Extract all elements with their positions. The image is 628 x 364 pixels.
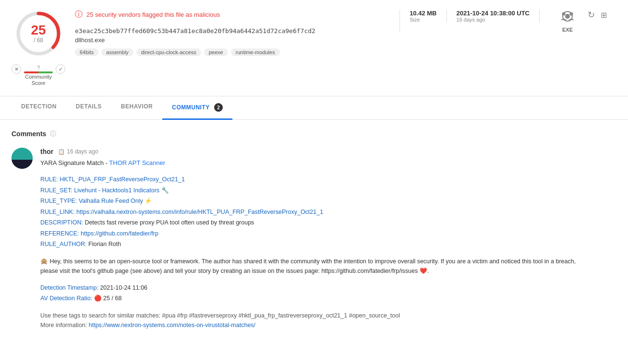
comment-card: thor 📋 16 days ago YARA Signature Match …	[12, 148, 593, 329]
more-info-line: More information: https://www.nextron-sy…	[40, 320, 593, 330]
tab-details[interactable]: DETAILS	[66, 96, 111, 120]
main-info: ⓘ 25 security vendors flagged this file …	[75, 10, 390, 56]
community-score-x-btn[interactable]: ✕	[12, 64, 21, 74]
file-type-label: EXE	[562, 27, 573, 33]
comment-body: thor 📋 16 days ago YARA Signature Match …	[40, 148, 593, 329]
file-meta: 10.42 MB Size 2021-10-24 10:38:00 UTC 16…	[399, 10, 578, 33]
meta-date: 2021-10-24 10:38:00 UTC 16 days ago	[457, 10, 540, 23]
rule-line-reference: REFERENCE: https://github.com/fatedier/f…	[40, 228, 593, 239]
file-tag[interactable]: peexe	[204, 48, 228, 56]
file-size-label: Size	[410, 17, 436, 23]
grid-button[interactable]: ⊞	[601, 11, 607, 20]
rule-line-author: RULE_AUTHOR: Florian Roth	[40, 239, 593, 250]
avatar-bottom	[12, 160, 33, 169]
avatar	[12, 148, 33, 169]
rule-line-type: RULE_TYPE: Valhalla Rule Feed Only ⚡	[40, 196, 593, 207]
comment-content: YARA Signature Match - THOR APT Scanner …	[40, 158, 593, 329]
svg-point-4	[562, 12, 566, 16]
file-tag[interactable]: runtime-modules	[231, 48, 280, 56]
rule-line-description: DESCRIPTION: Detects fast reverse proxy …	[40, 217, 593, 228]
alert-row: ⓘ 25 security vendors flagged this file …	[75, 10, 390, 20]
file-tags: 64bitsassemblydirect-cpu-clock-accesspee…	[75, 48, 390, 56]
tab-behavior[interactable]: BEHAVIOR	[111, 96, 162, 120]
tab-detection[interactable]: DETECTION	[12, 96, 66, 120]
community-badge: 2	[214, 103, 223, 112]
comments-header: Comments ⓘ	[12, 129, 593, 138]
top-section: 25 / 68 ✕ ? ✓ Community Score ⓘ 25 secur…	[0, 0, 628, 96]
tab-community[interactable]: COMMUNITY 2	[162, 96, 232, 120]
file-size-value: 10.42 MB	[410, 10, 436, 17]
rule-line-link: RULE_LINK: https://valhalla.nextron-syst…	[40, 207, 593, 218]
comments-info-icon[interactable]: ⓘ	[50, 129, 56, 138]
comment-meta: thor 📋 16 days ago	[40, 148, 593, 155]
avatar-top	[12, 148, 33, 159]
score-denom: / 68	[31, 37, 46, 44]
comment-author: thor	[40, 148, 53, 155]
file-tag[interactable]: assembly	[101, 48, 133, 56]
more-info-link[interactable]: https://www.nextron-systems.com/notes-on…	[89, 322, 255, 329]
top-right-actions: ↻ ⊞	[588, 10, 616, 20]
file-type-icon: EXE	[557, 10, 578, 33]
community-progress-bar	[24, 71, 53, 73]
tabs-row: DETECTION DETAILS BEHAVIOR COMMUNITY 2	[0, 96, 628, 120]
rule-line-rule: RULE: HKTL_PUA_FRP_FastReverseProxy_Oct2…	[40, 174, 593, 185]
file-tag[interactable]: direct-cpu-clock-access	[136, 48, 201, 56]
svg-point-3	[565, 14, 570, 19]
file-date-value: 2021-10-24 10:38:00 UTC	[457, 10, 530, 17]
thor-apt-link[interactable]: THOR APT Scanner	[109, 159, 165, 166]
community-score-check-btn[interactable]: ✓	[56, 64, 65, 74]
score-wrapper: 25 / 68 ✕ ? ✓ Community Score	[12, 10, 65, 86]
file-date-ago: 16 days ago	[457, 17, 530, 23]
file-tag[interactable]: 64bits	[75, 48, 98, 56]
yara-title: YARA Signature Match - THOR APT Scanner	[40, 158, 593, 168]
file-hash: e3eac25c3beb77ffed609c53b447a81ec8a0e20f…	[75, 27, 390, 35]
rule-link-url[interactable]: https://valhalla.nextron-systems.com/inf…	[76, 209, 323, 215]
community-score-bar: ✕ ? ✓	[12, 64, 65, 74]
community-score-label: Community Score	[25, 74, 52, 86]
reference-link[interactable]: https://github.com/fatedier/frp	[81, 230, 158, 237]
file-name: dllhost.exe	[75, 36, 390, 44]
calendar-icon: 📋	[58, 149, 65, 155]
svg-point-5	[570, 12, 573, 16]
comments-title: Comments	[12, 130, 46, 138]
meta-size: 10.42 MB Size	[410, 10, 447, 23]
question-mark-icon: ?	[37, 65, 40, 70]
exe-svg-icon	[557, 10, 578, 27]
avatar-inner	[12, 148, 33, 169]
score-circle: 25 / 68	[14, 10, 62, 58]
tags-search-line: Use these tags to search for similar mat…	[40, 311, 593, 320]
content-area: Comments ⓘ thor 📋 16 days ago YARA Signa…	[0, 120, 605, 339]
score-number: 25	[31, 23, 46, 37]
comment-time: 📋 16 days ago	[58, 148, 98, 155]
alert-text: 25 security vendors flagged this file as…	[86, 11, 220, 18]
detection-timestamp: Detection Timestamp: 2021-10-24 11:06 AV…	[40, 282, 593, 304]
score-text: 25 / 68	[31, 23, 46, 44]
monkey-note: 🙊 Hey, this seems to be an open-source t…	[40, 257, 593, 276]
rule-line-set: RULE_SET: Livehunt - Hacktools1 Indicato…	[40, 185, 593, 196]
alert-icon: ⓘ	[75, 10, 83, 20]
refresh-button[interactable]: ↻	[588, 10, 595, 20]
